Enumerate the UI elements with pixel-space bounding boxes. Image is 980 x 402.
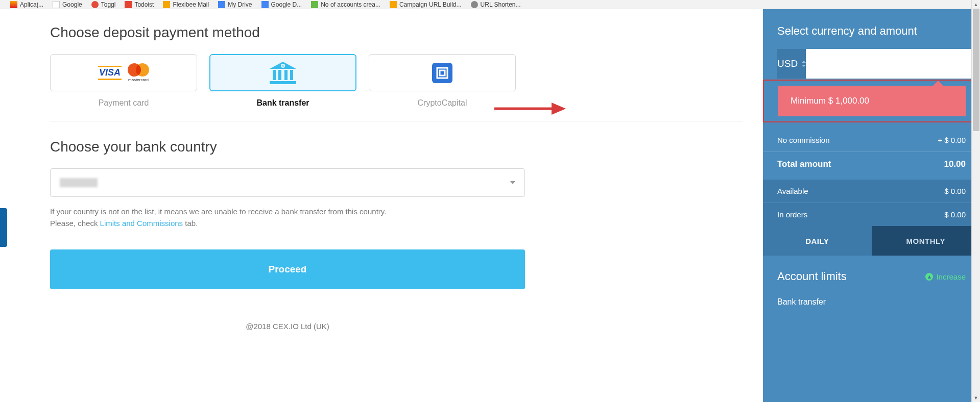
bookmark-item[interactable]: No of accounts crea... <box>311 1 380 8</box>
commission-label: No commission <box>777 136 830 144</box>
tab-daily[interactable]: DAILY <box>763 226 872 256</box>
method-label-payment-card: Payment card <box>50 98 197 108</box>
total-row: Total amount 10.00 <box>763 152 980 180</box>
available-value: $ 0.00 <box>944 187 966 195</box>
svg-rect-7 <box>270 81 296 84</box>
divider <box>50 121 743 121</box>
method-card-bank-transfer[interactable]: $ <box>209 54 356 91</box>
inorders-value: $ 0.00 <box>944 210 966 219</box>
svg-rect-9 <box>440 70 445 76</box>
bookmark-item[interactable]: URL Shorten... <box>471 1 521 8</box>
chevron-down-icon <box>510 181 515 184</box>
bookmark-item[interactable]: My Drive <box>218 1 252 8</box>
country-value-redacted <box>60 178 98 187</box>
method-label-bank-transfer: Bank transfer <box>209 98 356 108</box>
available-row: Available $ 0.00 <box>763 180 980 203</box>
total-value: 10.00 <box>944 159 966 169</box>
method-label-cryptocapital: CryptoCapital <box>369 98 516 108</box>
error-highlight-box: Minimum $ 1,000.00 <box>763 80 976 122</box>
payment-methods: VISA mastercard $ <box>50 54 743 91</box>
currency-select[interactable]: USD <box>777 49 806 79</box>
bookmark-item[interactable]: Google D... <box>261 1 302 8</box>
choose-country-title: Choose your bank country <box>50 139 743 155</box>
choose-method-title: Choose deposit payment method <box>50 24 743 41</box>
scroll-thumb[interactable] <box>973 9 979 131</box>
side-feedback-tab[interactable] <box>0 208 7 247</box>
footer-copyright: @2018 CEX.IO Ltd (UK) <box>50 322 525 331</box>
country-note: If your country is not on the list, it m… <box>50 206 743 229</box>
svg-rect-5 <box>284 70 288 80</box>
proceed-button[interactable]: Proceed <box>50 249 525 289</box>
inorders-label: In orders <box>777 210 807 219</box>
svg-rect-3 <box>273 70 276 80</box>
method-card-payment-card[interactable]: VISA mastercard <box>50 54 197 91</box>
scroll-up-button[interactable]: ▲ <box>972 0 980 9</box>
bookmark-item[interactable]: Todoist <box>125 1 154 8</box>
available-label: Available <box>777 187 808 195</box>
visa-icon: VISA <box>98 66 122 80</box>
scroll-down-button[interactable]: ▼ <box>972 393 980 402</box>
mastercard-icon: mastercard <box>128 63 149 82</box>
total-label: Total amount <box>777 159 831 169</box>
svg-rect-4 <box>278 70 281 80</box>
inorders-row: In orders $ 0.00 <box>763 203 980 226</box>
bank-icon: $ <box>270 62 296 84</box>
amount-panel: Select currency and amount USD Minimum $… <box>763 9 980 402</box>
vertical-scrollbar[interactable]: ▲ ▼ <box>971 0 980 402</box>
limits-link[interactable]: Limits and Commissions <box>100 219 183 228</box>
minimum-error: Minimum $ 1,000.00 <box>778 86 966 116</box>
amount-input[interactable] <box>806 49 980 79</box>
bookmarks-bar: Aplicaț... Google Toggl Todoist Flexibee… <box>0 0 980 9</box>
svg-rect-6 <box>290 70 293 80</box>
method-card-cryptocapital[interactable] <box>369 54 516 91</box>
bookmark-item[interactable]: Google <box>53 1 82 8</box>
sort-icon <box>802 61 806 67</box>
cryptocapital-icon <box>432 63 452 83</box>
country-select[interactable] <box>50 168 525 197</box>
limit-item-bank-transfer: Bank transfer <box>763 291 980 307</box>
panel-title: Select currency and amount <box>763 24 980 49</box>
tab-monthly[interactable]: MONTHLY <box>872 226 981 256</box>
bookmark-item[interactable]: Flexibee Mail <box>163 1 209 8</box>
arrow-up-circle-icon: ▲ <box>925 273 933 281</box>
account-limits-title: Account limits <box>777 270 847 283</box>
increase-link[interactable]: ▲ Increase <box>925 272 966 281</box>
bookmark-item[interactable]: Toggl <box>91 1 116 8</box>
commission-row: No commission + $ 0.00 <box>763 129 980 152</box>
svg-rect-8 <box>437 68 447 78</box>
currency-label: USD <box>777 58 798 69</box>
bookmark-item[interactable]: Aplicaț... <box>10 1 43 8</box>
bookmark-item[interactable]: Campaign URL Build... <box>390 1 462 8</box>
commission-value: + $ 0.00 <box>938 136 966 144</box>
